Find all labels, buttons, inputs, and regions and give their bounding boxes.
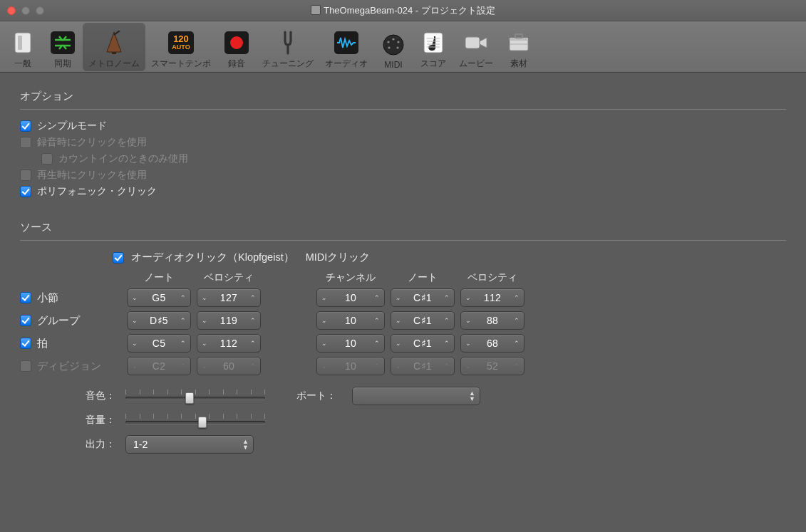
stepper-value: 112 [210,338,247,349]
tab-audio[interactable]: オーディオ [319,23,373,71]
volume-slider[interactable] [125,412,265,428]
svg-rect-2 [51,31,75,54]
channel-stepper[interactable]: ⌄10⌃ [316,311,385,330]
chevron-up-icon: ⌃ [371,340,383,347]
chevron-up-icon: ⌃ [177,294,189,301]
svg-point-9 [392,38,394,40]
window-title-text: TheOmegaBeam-024 - プロジェクト設定 [324,5,495,16]
close-window-button[interactable] [7,6,16,15]
checkbox-click-record [20,137,31,148]
note-stepper[interactable]: ⌄C5⌃ [127,334,191,353]
tab-label: チューニング [262,58,314,70]
chevron-up-icon: ⌃ [441,340,453,347]
tone-slider[interactable] [125,388,265,404]
stepper-value: 52 [474,360,511,372]
option-click-while-recording: 録音時にクリックを使用 [20,136,786,149]
velocity-stepper: ⌄60⌃ [197,357,261,375]
col-note2: ノート [391,271,455,284]
midi-note-stepper[interactable]: ⌄C♯1⌃ [391,334,455,353]
row-label: 小節 [20,291,127,305]
channel-stepper[interactable]: ⌄10⌃ [316,288,385,307]
tab-label: MIDI [384,60,402,70]
option-polyphonic-click[interactable]: ポリフォニック・クリック [20,185,786,198]
stepper-value: 10 [330,360,371,372]
chevron-down-icon: ⌄ [199,317,210,324]
window-title: TheOmegaBeam-024 - プロジェクト設定 [0,4,806,17]
tab-label: スマートテンポ [151,58,211,70]
tab-metronome[interactable]: メトロノーム [83,23,145,71]
output-label: 出力： [20,438,120,451]
midi-velocity-stepper[interactable]: ⌄112⌃ [460,288,525,307]
row-checkbox[interactable] [20,315,31,326]
chevron-down-icon: ⌄ [199,340,210,347]
row-checkbox[interactable] [20,292,31,303]
tab-assets[interactable]: 素材 [499,23,539,71]
checkbox-simple-mode[interactable] [20,120,31,132]
tone-row: 音色： ポート： ▲▼ [20,387,786,405]
note-stepper[interactable]: ⌄D♯5⌃ [127,311,191,330]
chevron-up-icon: ⌃ [247,317,259,324]
stepper-value: C♯1 [404,360,441,372]
svg-point-12 [388,46,390,48]
tab-general[interactable]: 一般 [3,23,43,71]
zoom-window-button[interactable] [36,6,44,15]
midi-velocity-stepper[interactable]: ⌄68⌃ [460,334,525,353]
chevron-up-icon: ⌃ [371,317,383,324]
checkbox-polyphonic[interactable] [20,186,31,197]
chevron-up-icon: ⌃ [511,340,522,347]
option-simple-mode[interactable]: シンプルモード [20,120,786,132]
svg-point-11 [397,41,399,43]
stepper-value: D♯5 [140,315,177,326]
tab-midi[interactable]: MIDI [373,23,413,71]
option-label: ポリフォニック・クリック [37,185,157,198]
checkbox-click-play [20,169,31,181]
svg-point-13 [396,46,398,48]
stepper-value: C♯1 [404,338,441,349]
midi-velocity-stepper[interactable]: ⌄88⌃ [460,311,525,330]
tab-sync[interactable]: 同期 [43,23,83,71]
note-stepper: ⌄C2⌃ [127,357,191,375]
sync-icon [48,29,77,56]
chevron-down-icon: ⌄ [463,340,474,347]
movie-camera-icon [462,29,490,56]
tab-tuning[interactable]: チューニング [257,23,319,71]
tab-record[interactable]: 録音 [217,23,257,71]
stepper-value: 112 [474,292,511,303]
row-bar: 小節⌄G5⌃⌄127⌃⌄10⌃⌄C♯1⌃⌄112⌃ [20,288,786,307]
note-stepper[interactable]: ⌄G5⌃ [127,288,191,307]
chevron-down-icon: ⌄ [129,294,140,301]
velocity-stepper[interactable]: ⌄112⌃ [197,334,261,353]
row-checkbox[interactable] [20,338,31,349]
tab-movie[interactable]: ムービー [453,23,499,71]
app-icon [311,5,321,15]
option-label: 録音時にクリックを使用 [37,136,147,149]
velocity-stepper[interactable]: ⌄119⌃ [197,311,261,330]
minimize-window-button[interactable] [21,6,30,15]
port-select[interactable]: ▲▼ [352,387,480,405]
slider-knob[interactable] [185,392,194,404]
velocity-stepper[interactable]: ⌄127⌃ [197,288,261,307]
row-label: ディビジョン [20,360,127,373]
tab-label: ムービー [459,58,493,70]
chevron-down-icon: ⌄ [393,294,404,301]
tone-label: 音色： [20,390,120,402]
midi-note-stepper[interactable]: ⌄C♯1⌃ [391,311,455,330]
slider-knob[interactable] [198,417,207,428]
chevron-down-icon: ⌄ [463,363,474,370]
updown-arrows-icon: ▲▼ [469,390,475,402]
channel-stepper[interactable]: ⌄10⌃ [316,334,385,353]
output-select[interactable]: 1-2 ▲▼ [125,435,254,454]
source-heading: ソース [20,221,786,234]
metronome-icon [100,29,128,56]
midi-note-stepper[interactable]: ⌄C♯1⌃ [391,288,455,307]
col-note: ノート [127,271,191,284]
row-group: グループ⌄D♯5⌃⌄119⌃⌄10⌃⌄C♯1⌃⌄88⌃ [20,311,786,330]
stepper-value: 60 [210,360,247,372]
svg-rect-22 [515,34,522,38]
channel-stepper: ⌄10⌃ [316,357,385,375]
tab-smart-tempo[interactable]: 120 AUTO スマートテンポ [145,23,217,71]
checkbox-count-in-only [41,153,53,165]
svg-rect-1 [18,36,22,50]
checkbox-audio-click[interactable] [113,252,124,264]
tab-score[interactable]: スコア [413,23,453,71]
